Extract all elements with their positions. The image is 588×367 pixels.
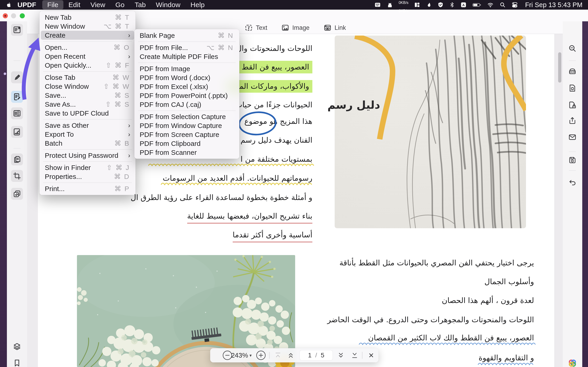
menu-item[interactable]	[40, 40, 136, 43]
menu-item[interactable]: PDF from CAJ (.caj)	[136, 100, 238, 109]
previous-page-button[interactable]	[286, 348, 296, 362]
menu-item[interactable]: PDF from Clipboard	[136, 139, 238, 148]
menu-item[interactable]	[40, 70, 136, 73]
menu-item[interactable]: Protect Using Password ›	[41, 151, 134, 160]
sidebar-item-save[interactable]	[566, 154, 578, 166]
battery-icon[interactable]	[472, 2, 481, 8]
menubar-item-edit[interactable]: Edit	[63, 0, 86, 9]
bluetooth-icon[interactable]	[449, 2, 455, 8]
menu-item[interactable]: Print... ⌘ P	[41, 184, 134, 193]
menu-item[interactable]: Save as Other ›	[41, 121, 134, 130]
menu-item[interactable]	[134, 61, 239, 64]
menu-item-label: Show in Finder	[45, 164, 91, 172]
menu-item[interactable]	[40, 160, 136, 163]
menu-item[interactable]: PDF from Selection Capture	[136, 112, 238, 121]
doc-line-underlined: أساسية وأخرى أكثر تقدما	[233, 230, 312, 240]
control-center-icon[interactable]	[511, 1, 518, 8]
menu-item[interactable]: Open... ⌘ O	[41, 43, 134, 52]
menu-item[interactable]: New Tab ⌘ T	[41, 13, 134, 22]
menu-item[interactable]: PDF from Screen Capture	[136, 130, 238, 139]
sidebar-item-protect[interactable]	[566, 99, 578, 111]
menu-item[interactable]: Properties... ⌘ D	[41, 172, 134, 181]
menu-item[interactable]: New Window ⌥ ⌘ T	[41, 22, 134, 31]
menubar-item-file[interactable]: File	[42, 0, 63, 9]
scroll-to-top-button[interactable]	[273, 348, 283, 362]
menu-item[interactable]	[40, 118, 136, 121]
menu-item[interactable]: Save to UPDF Cloud	[41, 109, 134, 118]
sidebar-item-ocr[interactable]: OCR	[566, 65, 578, 77]
menu-item[interactable]: Show in Finder ⇧ ⌘ J	[41, 163, 134, 172]
menu-item[interactable]: PDF from PowerPoint (.pptx)	[136, 91, 238, 100]
menu-item[interactable]: Save As... ⇧ ⌘ S	[41, 100, 134, 109]
keyboard-icon[interactable]	[374, 1, 381, 8]
scroll-to-bottom-icon	[351, 351, 359, 359]
sidebar-item-page-copy[interactable]	[11, 153, 23, 165]
zoom-level[interactable]: 243%	[230, 348, 249, 362]
menu-item[interactable]: Open Recent ›	[41, 52, 134, 61]
sidebar-item-updf-ai[interactable]	[566, 357, 578, 367]
vertical-scrollbar[interactable]	[558, 52, 561, 83]
shield-check-icon[interactable]	[437, 2, 444, 8]
wifi-icon[interactable]	[487, 1, 494, 8]
close-window-button[interactable]	[3, 13, 8, 18]
sidebar-item-search[interactable]	[566, 42, 578, 54]
menu-item[interactable]	[134, 109, 239, 112]
ink-drop-icon[interactable]	[426, 2, 432, 8]
input-source-icon[interactable]: A	[460, 2, 467, 8]
menu-item[interactable]: Blank Page ⌘ N	[136, 31, 238, 40]
menu-item[interactable]: PDF from Window Capture	[136, 121, 238, 130]
page-indicator[interactable]: 1 / 5	[300, 350, 333, 360]
sidebar-item-layers[interactable]	[11, 341, 23, 352]
menu-item[interactable]: PDF from Scanner	[136, 148, 238, 157]
sidebar-item-bookmark[interactable]	[11, 357, 23, 367]
menubar-item-help[interactable]: Help	[185, 0, 210, 9]
menu-item[interactable]: Create ›	[41, 31, 134, 40]
zoom-dropdown-caret[interactable]: ▾	[248, 348, 253, 362]
next-page-button[interactable]	[336, 348, 346, 362]
menu-item[interactable]: PDF from Excel (.xlsx)	[136, 82, 238, 91]
sidebar-item-reader[interactable]	[11, 24, 23, 36]
menu-item[interactable]: PDF from Image	[136, 64, 238, 73]
menu-item[interactable]: Create Multiple PDF Files	[136, 52, 238, 61]
image-tool-button[interactable]: Image	[281, 24, 310, 32]
menubar-item-go[interactable]: Go	[110, 0, 130, 9]
network-speed[interactable]: 0KB/s 0KB/s	[398, 0, 408, 13]
menu-item[interactable]: Batch ⌘ B	[41, 139, 134, 148]
sidebar-item-slideshow[interactable]	[11, 188, 23, 200]
menu-item[interactable]: Save... ⌘ S	[41, 91, 134, 100]
zoom-in-button[interactable]	[256, 348, 266, 362]
cat-icon[interactable]	[387, 2, 393, 8]
menu-item[interactable]: Open Quickly... ⇧ ⌘ F	[41, 61, 134, 70]
sidebar-item-share[interactable]	[566, 115, 578, 127]
menu-item[interactable]: Close Window ⇧ ⌘ W	[41, 82, 134, 91]
menu-item[interactable]: PDF from File... ⌥ ⌘ N	[136, 43, 238, 52]
sidebar-item-fill-sign[interactable]	[11, 126, 23, 138]
menu-item[interactable]	[134, 40, 239, 43]
menu-item[interactable]: PDF from Word (.docx)	[136, 73, 238, 82]
menu-item[interactable]	[40, 148, 136, 151]
menubar-clock[interactable]: Fri Sep 13 5:43 PM	[525, 1, 584, 9]
menu-item[interactable]	[40, 181, 136, 184]
link-tool-button[interactable]: Link	[323, 24, 346, 32]
sidebar-item-crop[interactable]	[11, 170, 23, 182]
menubar-item-tab[interactable]: Tab	[130, 0, 151, 9]
sidebar-item-email[interactable]	[566, 131, 578, 143]
sidebar-item-convert[interactable]	[566, 82, 578, 94]
page-current[interactable]: 1	[308, 352, 312, 359]
scroll-to-bottom-button[interactable]	[350, 348, 359, 362]
email-icon	[568, 133, 577, 142]
menu-item[interactable]: Export To ›	[41, 130, 134, 139]
menubar-item-window[interactable]: Window	[151, 0, 186, 9]
minimize-window-button[interactable]	[11, 13, 16, 18]
sidebar-item-organize-pages[interactable]	[11, 107, 23, 119]
menubar-item-view[interactable]: View	[86, 0, 110, 9]
sidebar-item-undo[interactable]	[566, 177, 578, 189]
text-tool-button[interactable]: T Text	[245, 24, 267, 32]
menu-item[interactable]: Close Tab ⌘ W	[41, 73, 134, 82]
spotlight-icon[interactable]	[499, 2, 506, 8]
zoom-window-button[interactable]	[20, 13, 25, 18]
menubar-app-name[interactable]: UPDF	[17, 1, 36, 9]
close-toolbar-button[interactable]: ✕	[366, 348, 376, 362]
window-tiles-icon[interactable]	[414, 2, 420, 8]
apple-logo-icon[interactable]	[6, 2, 12, 8]
